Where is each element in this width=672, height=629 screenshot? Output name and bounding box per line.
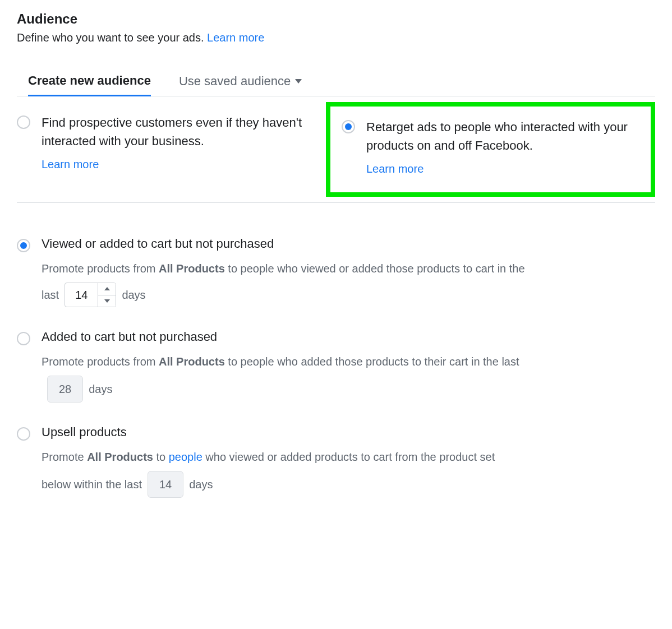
desc-before-2: Promote products from	[42, 355, 159, 368]
desc-after: to people who viewed or added those prod…	[225, 262, 525, 275]
retarget-options-list: Viewed or added to cart but not purchase…	[17, 203, 655, 498]
caret-down-icon	[295, 79, 302, 84]
retarget-desc: Retarget ads to people who interacted wi…	[366, 118, 639, 155]
people-link[interactable]: people	[169, 451, 202, 463]
radio-upsell[interactable]	[17, 427, 30, 441]
triangle-down-icon	[104, 299, 110, 303]
radio-added-not-purchased[interactable]	[17, 332, 30, 345]
days-label-3: days	[189, 475, 213, 494]
option-retarget[interactable]: Retarget ads to people who interacted wi…	[326, 102, 655, 197]
radio-viewed-or-added[interactable]	[17, 239, 30, 252]
desc-bold: All Products	[159, 262, 225, 275]
days-readonly-2: 14	[148, 471, 183, 498]
option-upsell[interactable]: Upsell products Promote All Products to …	[17, 425, 655, 498]
spinner-down-button[interactable]	[98, 295, 116, 307]
added-not-purchased-desc: Promote products from All Products to pe…	[42, 352, 655, 403]
added-not-purchased-title: Added to cart but not purchased	[42, 330, 655, 344]
prospective-desc: Find prospective customers even if they …	[42, 113, 315, 150]
audience-type-options: Find prospective customers even if they …	[17, 96, 655, 203]
tab-use-saved-audience[interactable]: Use saved audience	[179, 67, 302, 96]
retarget-text: Retarget ads to people who interacted wi…	[366, 118, 639, 175]
desc-bold-3: All Products	[87, 451, 153, 463]
prospective-text: Find prospective customers even if they …	[42, 113, 315, 186]
last-label: last	[42, 285, 59, 304]
upsell-days-row: below within the last 14 days	[42, 471, 655, 498]
subtitle-text: Define who you want to see your ads.	[17, 31, 204, 44]
upsell-desc: Promote All Products to people who viewe…	[42, 447, 655, 498]
tab-use-saved-label: Use saved audience	[179, 74, 291, 89]
tab-create-new-label: Create new audience	[28, 73, 151, 88]
desc-after-2: to people who added those products to th…	[225, 355, 519, 368]
spinner-up-button[interactable]	[98, 283, 116, 295]
section-subtitle: Define who you want to see your ads. Lea…	[17, 31, 655, 44]
viewed-days-row: last 14 days	[42, 283, 655, 307]
added-not-purchased-content: Added to cart but not purchased Promote …	[42, 330, 655, 403]
radio-prospective[interactable]	[17, 115, 30, 129]
tab-create-new-audience[interactable]: Create new audience	[28, 67, 151, 96]
upsell-title: Upsell products	[42, 425, 655, 440]
days-value[interactable]: 14	[65, 283, 98, 307]
triangle-up-icon	[104, 287, 110, 290]
upsell-content: Upsell products Promote All Products to …	[42, 425, 655, 498]
days-label-2: days	[89, 380, 112, 399]
desc-bold-2: All Products	[159, 355, 225, 368]
desc-mid-3: to	[153, 451, 169, 463]
days-label: days	[122, 285, 145, 304]
days-readonly: 28	[47, 376, 83, 403]
retarget-learn-more[interactable]: Learn more	[366, 163, 639, 175]
audience-section: Audience Define who you want to see your…	[17, 11, 655, 498]
below-label: below within the last	[42, 475, 142, 494]
days-stepper-container: 14	[65, 283, 116, 307]
viewed-or-added-content: Viewed or added to cart but not purchase…	[42, 237, 655, 307]
days-stepper[interactable]: 14	[65, 283, 116, 307]
section-title: Audience	[17, 11, 655, 27]
desc-after-3: who viewed or added products to cart fro…	[202, 451, 495, 463]
option-find-prospective[interactable]: Find prospective customers even if they …	[17, 113, 326, 186]
viewed-or-added-desc: Promote products from All Products to pe…	[42, 259, 655, 307]
option-viewed-or-added[interactable]: Viewed or added to cart but not purchase…	[17, 237, 655, 307]
learn-more-link[interactable]: Learn more	[207, 31, 264, 44]
option-added-not-purchased[interactable]: Added to cart but not purchased Promote …	[17, 330, 655, 403]
audience-tabs: Create new audience Use saved audience	[17, 67, 655, 96]
prospective-learn-more[interactable]: Learn more	[42, 158, 315, 171]
desc-before: Promote products from	[42, 262, 159, 275]
days-spinner	[98, 283, 116, 307]
viewed-or-added-title: Viewed or added to cart but not purchase…	[42, 237, 655, 251]
radio-retarget[interactable]	[342, 120, 355, 133]
desc-before-3: Promote	[42, 451, 87, 463]
added-days-row: 28 days	[42, 376, 655, 403]
